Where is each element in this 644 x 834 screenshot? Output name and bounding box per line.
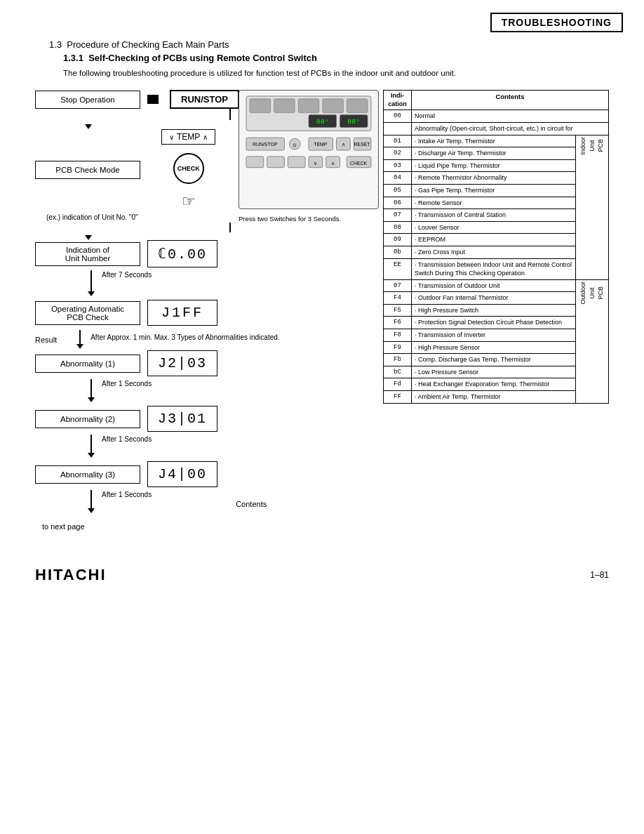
svg-text:TEMP: TEMP [314, 142, 328, 147]
table-row: F6 · Protection Signal Detection Circuit… [384, 317, 609, 329]
table-row: FF · Ambient Air Temp. Thermistor [384, 391, 609, 404]
timing-label-4: After 1 Seconds [102, 435, 152, 444]
abnormality-1-box: Abnormality (1) [35, 355, 140, 373]
svg-rect-21 [267, 157, 285, 168]
pcb-check-mode-box: PCB Check Mode [35, 161, 140, 179]
page-number: 1–81 [590, 570, 609, 580]
timing-label-5: After 1 Seconds [102, 490, 152, 499]
col-indication: Indi-cation [384, 91, 412, 110]
section-number-title: 1.3 Procedure of Checking Each Main Part… [49, 39, 609, 50]
table-row: 07 · Transmission of Outdoor Unit Outdoo… [384, 279, 609, 292]
table-row: 01 · Intake Air Temp. Thermistor IndoorU… [384, 135, 609, 147]
abnormality-1-display: J2|03 [147, 350, 217, 376]
abnormality-3-display: J4|00 [147, 461, 217, 487]
svg-text:RESET: RESET [354, 142, 371, 147]
col-contents: Contents [412, 91, 609, 110]
timing-4: After 1 Seconds [46, 435, 372, 461]
table-row: 0b · Zero Cross Input [384, 246, 609, 258]
table-row: 02 · Discharge Air Temp. Thermistor [384, 147, 609, 160]
table-row: F9 · High Pressure Sensor [384, 341, 609, 354]
table-row: 05 · Gas Pipe Temp. Thermistor [384, 184, 609, 197]
contents-table: Indi-cation Contents 00 Normal Abnormali… [383, 90, 609, 404]
unit-number-box: Indication of Unit Number [35, 242, 140, 266]
svg-text:∧: ∧ [331, 161, 335, 166]
timing-5: After 1 Seconds Contents [46, 490, 372, 517]
remote-control-image: 88° 88° RUN/STOP ⊙ TEMP ∧ RESET [239, 90, 379, 223]
table-row: F5 · High Pressure Switch [384, 304, 609, 317]
auto-check-display: J1FF [147, 300, 217, 326]
timing-label-3: After 1 Seconds [102, 379, 152, 388]
svg-rect-20 [246, 157, 264, 168]
run-stop-button: RUN/STOP [170, 90, 239, 109]
abnormality-3-box: Abnormality (3) [35, 465, 140, 484]
table-row: 08 · Louver Sensor [384, 221, 609, 234]
svg-text:∧: ∧ [342, 142, 345, 147]
hand-icon-2: ☞ [182, 192, 196, 211]
unit-number-display: ℂ0.00 [147, 240, 217, 267]
result-timing-label: After Approx. 1 min. Max. 3 Types of Abn… [90, 333, 279, 343]
svg-text:88°: 88° [316, 118, 329, 126]
arrowhead-2 [85, 235, 372, 240]
timing-3: After 1 Seconds [46, 379, 372, 406]
press-label: Press two Switches for 3 Seconds. [239, 214, 379, 223]
main-content: 1.3 Procedure of Checking Each Main Part… [0, 39, 644, 545]
run-stop-icon [147, 95, 159, 104]
table-row: bC · Low Pressure Sensor [384, 366, 609, 378]
svg-text:CHECK: CHECK [350, 161, 368, 166]
indoor-pcb-label: IndoorUnitPCB [579, 137, 605, 155]
svg-rect-3 [298, 99, 319, 113]
table-row: 00 Normal [384, 110, 609, 123]
arrow-2 [88, 223, 372, 235]
svg-rect-1 [250, 99, 271, 113]
to-next-page: to next page [42, 522, 372, 531]
table-row: Fb · Comp. Discharge Gas Temp. Thermisto… [384, 354, 609, 366]
contents-table-area: Indi-cation Contents 00 Normal Abnormali… [383, 90, 609, 404]
intro-text: The following troubleshooting procedure … [63, 69, 609, 77]
contents-label: Contents [236, 500, 267, 508]
stop-operation-box: Stop Operation [35, 91, 140, 109]
temp-button: ∨ TEMP ∧ [161, 129, 215, 145]
page-header: TROUBLESHOOTING [0, 0, 644, 39]
diagram-area: Stop Operation RUN/STOP ☞ [35, 90, 609, 531]
table-row: 07 · Transmission of Central Station [384, 209, 609, 222]
outdoor-pcb-label: OutdoorUnitPCB [579, 282, 605, 305]
table-row: Fd · Heat Exchanger Evaporation Temp. Th… [384, 378, 609, 391]
svg-rect-22 [288, 157, 305, 168]
timing-label-2: After 7 Seconds [102, 270, 152, 279]
result-label: Result [35, 336, 57, 344]
flowchart: Stop Operation RUN/STOP ☞ [35, 90, 372, 531]
table-row: Abnormality (Open-circuit, Short-circuit… [384, 122, 609, 135]
section-subtitle: 1.3.1 Self-Checking of PCBs using Remote… [63, 53, 609, 63]
pcb-auto-check-box: Operating Automatic PCB Check [35, 301, 140, 325]
check-button: CHECK [173, 153, 204, 184]
table-row: EE · Transmission between Indoor Unit an… [384, 258, 609, 279]
table-row: F4 · Outdoor Fan Internal Thermistor [384, 292, 609, 305]
brand-name: HITACHI [35, 566, 107, 584]
page-footer: HITACHI 1–81 [0, 552, 644, 595]
table-row: 04 · Remote Thermistor Abnormality [384, 172, 609, 185]
table-row: F8 · Transmission of Inverter [384, 329, 609, 342]
timing-2: After 7 Seconds [46, 270, 372, 300]
table-row: 03 · Liquid Pipe Temp. Thermistor [384, 159, 609, 172]
result-timing-area: Result After Approx. 1 min. Max. 3 Types… [35, 330, 372, 349]
svg-rect-5 [347, 99, 368, 113]
svg-text:RUN/STOP: RUN/STOP [253, 142, 278, 147]
section-badge: TROUBLESHOOTING [490, 13, 623, 32]
svg-text:∨: ∨ [314, 161, 317, 166]
svg-text:⊙: ⊙ [293, 143, 297, 147]
abnormality-2-display: J3|01 [147, 406, 217, 432]
svg-rect-4 [323, 99, 344, 113]
table-row: 06 · Remote Sensor [384, 197, 609, 209]
svg-rect-2 [274, 99, 295, 113]
svg-text:88°: 88° [347, 118, 360, 126]
abnormality-2-box: Abnormality (2) [35, 410, 140, 428]
table-row: 09 · EEPROM [384, 234, 609, 246]
